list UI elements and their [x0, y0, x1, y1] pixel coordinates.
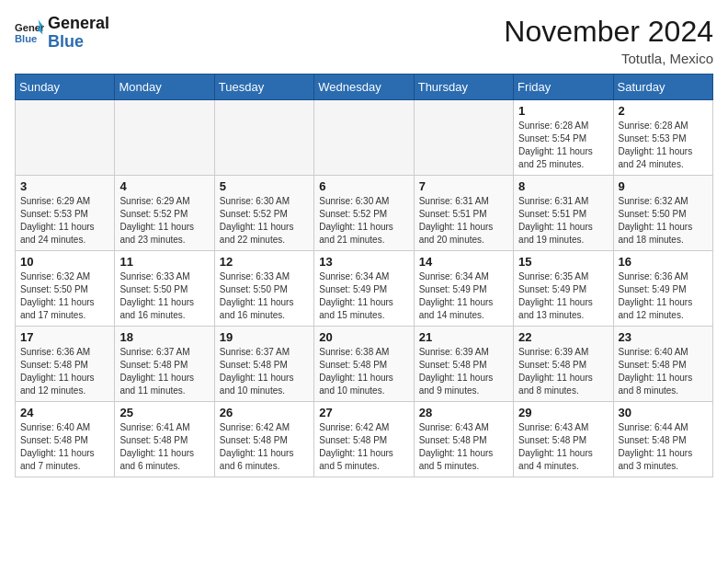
day-number: 27 — [319, 406, 408, 419]
day-info: Sunrise: 6:30 AM Sunset: 5:52 PM Dayligh… — [319, 195, 408, 247]
day-info: Sunrise: 6:36 AM Sunset: 5:48 PM Dayligh… — [20, 346, 109, 397]
day-info: Sunrise: 6:41 AM Sunset: 5:48 PM Dayligh… — [119, 421, 209, 473]
day-number: 9 — [619, 179, 708, 193]
weekday-header: Thursday — [414, 75, 513, 100]
calendar-cell: 17Sunrise: 6:36 AM Sunset: 5:48 PM Dayli… — [16, 327, 115, 402]
day-info: Sunrise: 6:34 AM Sunset: 5:49 PM Dayligh… — [319, 270, 408, 322]
calendar-cell: 3Sunrise: 6:29 AM Sunset: 5:53 PM Daylig… — [16, 176, 115, 251]
calendar-cell: 5Sunrise: 6:30 AM Sunset: 5:52 PM Daylig… — [214, 176, 313, 251]
calendar-cell: 10Sunrise: 6:32 AM Sunset: 5:50 PM Dayli… — [16, 251, 115, 327]
calendar-cell: 20Sunrise: 6:38 AM Sunset: 5:48 PM Dayli… — [314, 327, 414, 402]
day-info: Sunrise: 6:32 AM Sunset: 5:50 PM Dayligh… — [619, 195, 708, 247]
day-number: 16 — [619, 255, 708, 269]
calendar-week-row: 24Sunrise: 6:40 AM Sunset: 5:48 PM Dayli… — [16, 402, 713, 477]
logo-line2: Blue — [48, 32, 84, 51]
day-info: Sunrise: 6:43 AM Sunset: 5:48 PM Dayligh… — [419, 421, 508, 473]
day-info: Sunrise: 6:31 AM Sunset: 5:51 PM Dayligh… — [419, 195, 508, 247]
day-number: 20 — [319, 330, 408, 344]
calendar-cell: 22Sunrise: 6:39 AM Sunset: 5:48 PM Dayli… — [514, 327, 613, 402]
day-number: 19 — [220, 330, 309, 344]
calendar-cell: 26Sunrise: 6:42 AM Sunset: 5:48 PM Dayli… — [214, 402, 313, 477]
day-info: Sunrise: 6:31 AM Sunset: 5:51 PM Dayligh… — [518, 195, 608, 247]
calendar-cell: 6Sunrise: 6:30 AM Sunset: 5:52 PM Daylig… — [314, 176, 414, 251]
day-number: 17 — [20, 330, 109, 344]
calendar-cell: 27Sunrise: 6:42 AM Sunset: 5:48 PM Dayli… — [314, 402, 414, 477]
day-number: 3 — [20, 179, 109, 193]
logo-line1: General — [48, 14, 109, 32]
day-info: Sunrise: 6:37 AM Sunset: 5:48 PM Dayligh… — [220, 346, 309, 397]
page-header: General Blue General Blue November 2024 … — [15, 15, 713, 66]
calendar-cell — [16, 100, 115, 176]
weekday-header: Monday — [115, 75, 214, 100]
day-info: Sunrise: 6:38 AM Sunset: 5:48 PM Dayligh… — [319, 346, 408, 397]
day-number: 18 — [119, 330, 209, 344]
day-number: 21 — [419, 330, 508, 344]
day-number: 6 — [319, 179, 408, 193]
calendar-cell: 13Sunrise: 6:34 AM Sunset: 5:49 PM Dayli… — [314, 251, 414, 327]
calendar-cell: 9Sunrise: 6:32 AM Sunset: 5:50 PM Daylig… — [613, 176, 712, 251]
svg-text:Blue: Blue — [15, 33, 37, 44]
weekday-header: Saturday — [613, 75, 712, 100]
day-info: Sunrise: 6:29 AM Sunset: 5:52 PM Dayligh… — [119, 195, 209, 247]
logo-icon: General Blue — [15, 18, 44, 48]
calendar-table: SundayMondayTuesdayWednesdayThursdayFrid… — [15, 74, 713, 477]
day-number: 28 — [419, 406, 508, 419]
day-info: Sunrise: 6:40 AM Sunset: 5:48 PM Dayligh… — [20, 421, 109, 473]
weekday-header: Friday — [514, 75, 613, 100]
day-number: 14 — [419, 255, 508, 269]
day-number: 13 — [319, 255, 408, 269]
calendar-week-row: 10Sunrise: 6:32 AM Sunset: 5:50 PM Dayli… — [16, 251, 713, 327]
day-info: Sunrise: 6:30 AM Sunset: 5:52 PM Dayligh… — [220, 195, 309, 247]
day-info: Sunrise: 6:36 AM Sunset: 5:49 PM Dayligh… — [619, 270, 708, 322]
calendar-cell: 4Sunrise: 6:29 AM Sunset: 5:52 PM Daylig… — [115, 176, 214, 251]
logo: General Blue General Blue — [15, 15, 109, 52]
day-number: 23 — [619, 330, 708, 344]
month-title: November 2024 — [504, 15, 713, 49]
calendar-cell: 12Sunrise: 6:33 AM Sunset: 5:50 PM Dayli… — [214, 251, 313, 327]
day-number: 30 — [619, 406, 708, 419]
calendar-cell: 23Sunrise: 6:40 AM Sunset: 5:48 PM Dayli… — [613, 327, 712, 402]
day-number: 7 — [419, 179, 508, 193]
calendar-cell: 30Sunrise: 6:44 AM Sunset: 5:48 PM Dayli… — [613, 402, 712, 477]
calendar-cell — [414, 100, 513, 176]
day-info: Sunrise: 6:32 AM Sunset: 5:50 PM Dayligh… — [20, 270, 109, 322]
calendar-cell: 29Sunrise: 6:43 AM Sunset: 5:48 PM Dayli… — [514, 402, 613, 477]
title-block: November 2024 Totutla, Mexico — [504, 15, 713, 66]
calendar-cell: 25Sunrise: 6:41 AM Sunset: 5:48 PM Dayli… — [115, 402, 214, 477]
day-info: Sunrise: 6:28 AM Sunset: 5:53 PM Dayligh… — [619, 120, 708, 171]
day-info: Sunrise: 6:34 AM Sunset: 5:49 PM Dayligh… — [419, 270, 508, 322]
calendar-cell: 14Sunrise: 6:34 AM Sunset: 5:49 PM Dayli… — [414, 251, 513, 327]
calendar-cell: 11Sunrise: 6:33 AM Sunset: 5:50 PM Dayli… — [115, 251, 214, 327]
day-info: Sunrise: 6:39 AM Sunset: 5:48 PM Dayligh… — [419, 346, 508, 397]
day-info: Sunrise: 6:43 AM Sunset: 5:48 PM Dayligh… — [518, 421, 608, 473]
calendar-cell — [115, 100, 214, 176]
day-number: 12 — [220, 255, 309, 269]
day-info: Sunrise: 6:42 AM Sunset: 5:48 PM Dayligh… — [319, 421, 408, 473]
weekday-header: Tuesday — [214, 75, 313, 100]
day-info: Sunrise: 6:33 AM Sunset: 5:50 PM Dayligh… — [119, 270, 209, 322]
day-info: Sunrise: 6:40 AM Sunset: 5:48 PM Dayligh… — [619, 346, 708, 397]
day-number: 24 — [20, 406, 109, 419]
calendar-cell: 18Sunrise: 6:37 AM Sunset: 5:48 PM Dayli… — [115, 327, 214, 402]
calendar-week-row: 3Sunrise: 6:29 AM Sunset: 5:53 PM Daylig… — [16, 176, 713, 251]
weekday-header: Wednesday — [314, 75, 414, 100]
calendar-cell: 15Sunrise: 6:35 AM Sunset: 5:49 PM Dayli… — [514, 251, 613, 327]
calendar-cell: 28Sunrise: 6:43 AM Sunset: 5:48 PM Dayli… — [414, 402, 513, 477]
day-number: 15 — [518, 255, 608, 269]
calendar-cell: 19Sunrise: 6:37 AM Sunset: 5:48 PM Dayli… — [214, 327, 313, 402]
calendar-cell: 1Sunrise: 6:28 AM Sunset: 5:54 PM Daylig… — [514, 100, 613, 176]
day-number: 26 — [220, 406, 309, 419]
day-info: Sunrise: 6:29 AM Sunset: 5:53 PM Dayligh… — [20, 195, 109, 247]
calendar-cell — [314, 100, 414, 176]
calendar-cell — [214, 100, 313, 176]
calendar-cell: 8Sunrise: 6:31 AM Sunset: 5:51 PM Daylig… — [514, 176, 613, 251]
calendar-cell: 16Sunrise: 6:36 AM Sunset: 5:49 PM Dayli… — [613, 251, 712, 327]
calendar-cell: 2Sunrise: 6:28 AM Sunset: 5:53 PM Daylig… — [613, 100, 712, 176]
calendar-week-row: 17Sunrise: 6:36 AM Sunset: 5:48 PM Dayli… — [16, 327, 713, 402]
day-info: Sunrise: 6:42 AM Sunset: 5:48 PM Dayligh… — [220, 421, 309, 473]
calendar-cell: 21Sunrise: 6:39 AM Sunset: 5:48 PM Dayli… — [414, 327, 513, 402]
day-number: 29 — [518, 406, 608, 419]
day-number: 22 — [518, 330, 608, 344]
day-info: Sunrise: 6:28 AM Sunset: 5:54 PM Dayligh… — [518, 120, 608, 171]
day-number: 11 — [119, 255, 209, 269]
